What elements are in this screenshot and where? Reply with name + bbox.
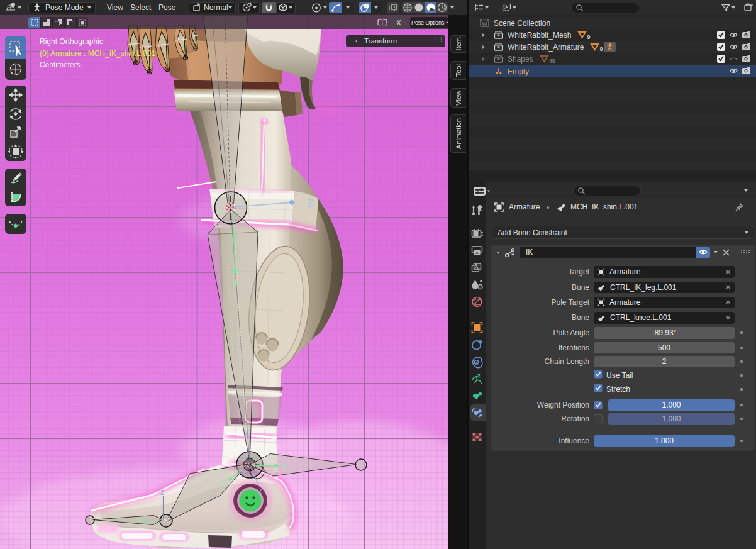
svg-text:(0) Armature : MCH_IK_shin.L.0: (0) Armature : MCH_IK_shin.L.001 [40, 49, 155, 58]
svg-text:Centimeters: Centimeters [40, 60, 81, 69]
svg-text:Y: Y [220, 480, 226, 489]
svg-text:Right Orthographic: Right Orthographic [40, 37, 103, 46]
svg-text:Z: Z [307, 197, 313, 209]
svg-text:Y: Y [232, 280, 238, 290]
svg-text:Y: Y [138, 518, 143, 525]
svg-text:Z: Z [257, 487, 262, 496]
svg-text:Z: Z [244, 428, 250, 438]
svg-text:Z: Z [160, 489, 164, 496]
svg-text:Y: Y [282, 462, 287, 471]
